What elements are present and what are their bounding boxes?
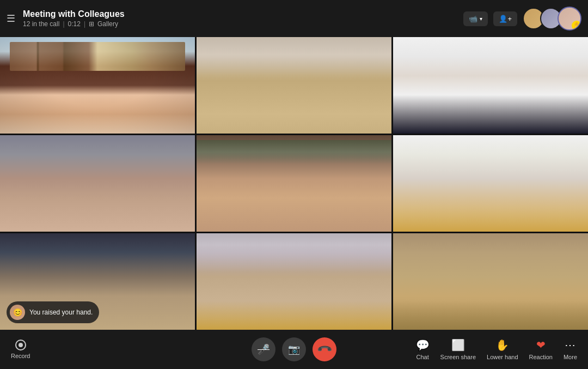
participant-cell-3[interactable] (393, 37, 588, 134)
participant-count: 12 in the call (23, 20, 59, 28)
view-label: Gallery (97, 20, 118, 28)
participant-cell-2[interactable] (197, 37, 391, 134)
participant-cell-8[interactable] (197, 233, 391, 330)
camera-video-icon: 📷 (288, 343, 300, 355)
video-overlay-1 (0, 37, 195, 134)
raised-hand-notification: 😊 You raised your hand. (7, 301, 99, 323)
reaction-action[interactable]: ❤ Reaction (529, 338, 553, 360)
more-action[interactable]: ⋯ More (564, 338, 577, 360)
screenshare-label: Screen share (440, 354, 476, 360)
separator: | (63, 20, 64, 28)
separator2: | (84, 20, 85, 28)
camera-button[interactable]: 📷 (282, 337, 306, 361)
face-bg-5 (197, 135, 391, 232)
yellow-scarf-bg (393, 198, 588, 232)
meeting-title: Meeting with Colleagues (23, 9, 463, 19)
participant-cell-1[interactable] (0, 37, 195, 134)
gallery-icon: ⊞ (89, 20, 94, 28)
screenshare-icon: ⬜ (451, 338, 465, 352)
participant-cell-5[interactable] (197, 135, 391, 232)
chat-action[interactable]: 💬 Chat (416, 338, 430, 360)
add-people-btn[interactable]: 👤+ (493, 11, 517, 26)
window-light-8 (197, 233, 391, 272)
meeting-subtitle: 12 in the call | 0:12 | ⊞ Gallery (23, 20, 463, 28)
participant-cell-6[interactable] (393, 135, 588, 232)
record-button[interactable]: Record (11, 340, 30, 359)
face-bg-8 (197, 233, 391, 330)
participant-cell-9[interactable] (393, 233, 588, 330)
chat-label: Chat (416, 354, 428, 360)
header-controls: 📹 ▾ 👤+ ✋ (463, 7, 581, 31)
yellow-top-bg (197, 301, 391, 330)
reaction-label: Reaction (529, 354, 553, 360)
lowerhand-label: Lower hand (487, 354, 518, 360)
raised-hand-message: You raised your hand. (29, 308, 93, 316)
chat-icon: 💬 (416, 338, 430, 352)
record-label: Record (11, 353, 30, 359)
face-bg-6 (393, 135, 588, 232)
lowerhand-icon: ✋ (495, 338, 509, 352)
add-person-icon: 👤+ (499, 15, 512, 23)
raised-hand-badge: ✋ (573, 22, 581, 31)
camera-toggle-btn[interactable]: 📹 ▾ (463, 11, 488, 26)
participant-cell-7[interactable]: 😊 You raised your hand. (0, 233, 195, 330)
mute-button[interactable]: 🎤 (252, 337, 275, 361)
title-block: Meeting with Colleagues 12 in the call |… (23, 9, 463, 28)
avatar-stack: ✋ (523, 7, 581, 31)
header: ☰ Meeting with Colleagues 12 in the call… (0, 0, 588, 37)
face-bg-9 (393, 233, 588, 330)
video-grid: 😊 You raised your hand. (0, 37, 588, 330)
screenshare-action[interactable]: ⬜ Screen share (440, 338, 476, 360)
raised-hand-avatar: 😊 (10, 305, 25, 320)
lowerhand-action[interactable]: ✋ Lower hand (487, 338, 518, 360)
plant-bg (197, 140, 391, 164)
jacket-bg (393, 95, 588, 134)
record-dot-inner (19, 343, 23, 347)
end-call-icon: 📞 (316, 341, 333, 358)
media-controls: 🎤 📷 📞 (252, 337, 336, 361)
jacket-bg-9 (393, 301, 588, 330)
more-label: More (564, 354, 577, 360)
face-bg-3 (393, 37, 588, 134)
record-dot (15, 340, 26, 350)
face-bg-4 (0, 135, 195, 232)
call-timer: 0:12 (68, 20, 81, 28)
menu-icon[interactable]: ☰ (7, 13, 15, 25)
participant-cell-4[interactable] (0, 135, 195, 232)
footer-actions: 💬 Chat ⬜ Screen share ✋ Lower hand ❤ Rea… (416, 338, 577, 360)
reaction-icon: ❤ (536, 338, 546, 352)
chevron-down-icon: ▾ (480, 16, 482, 22)
camera-icon: 📹 (469, 15, 477, 23)
avatar-3-active[interactable]: ✋ (558, 7, 581, 31)
room-bg-2 (197, 37, 391, 81)
end-call-button[interactable]: 📞 (313, 337, 336, 361)
mute-icon: 🎤 (258, 343, 270, 355)
footer: Record 🎤 📷 📞 💬 Chat ⬜ Screen share ✋ Low… (0, 330, 588, 369)
more-icon: ⋯ (565, 338, 575, 352)
face-bg-2 (197, 37, 391, 134)
